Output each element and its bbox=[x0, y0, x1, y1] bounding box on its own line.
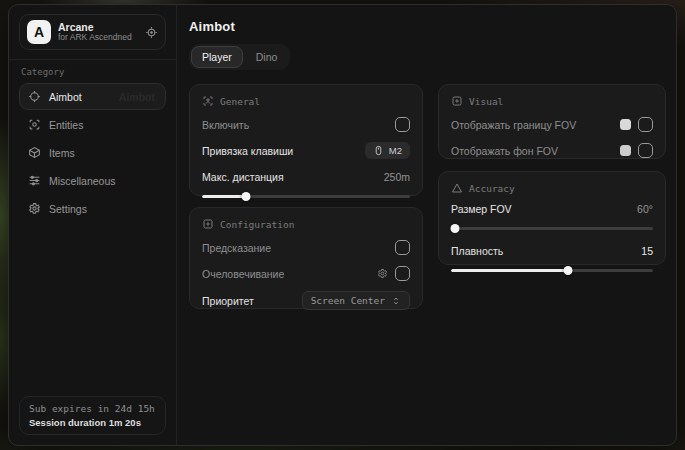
slider-thumb[interactable] bbox=[241, 192, 250, 201]
smoothness-value: 15 bbox=[641, 245, 653, 257]
humanization-controls bbox=[377, 266, 410, 281]
row-label: Отображать границу FOV bbox=[451, 119, 576, 131]
max-distance-row: Макс. дистанция 250m bbox=[202, 168, 410, 185]
arcane-window: A Arcane for ARK Ascendned Category bbox=[8, 4, 677, 446]
prediction-row: Предсказание bbox=[202, 239, 410, 256]
slider-thumb[interactable] bbox=[451, 224, 460, 233]
slider-track bbox=[202, 195, 410, 198]
watermark: Aimbot bbox=[119, 91, 155, 103]
row-label: Плавность bbox=[451, 245, 503, 257]
humanization-checkbox[interactable] bbox=[395, 266, 410, 281]
crosshair-icon bbox=[28, 90, 41, 103]
sidebar-item-label: Miscellaneous bbox=[49, 175, 116, 187]
sidebar-item-entities[interactable]: Entities bbox=[19, 111, 166, 138]
keybind-row: Привязка клавиши M2 bbox=[202, 142, 410, 159]
row-label: Размер FOV bbox=[451, 203, 512, 215]
frame-plus-icon bbox=[451, 95, 463, 107]
target-icon[interactable] bbox=[145, 26, 158, 39]
slider-fill bbox=[451, 269, 568, 272]
configuration-card: Configuration Предсказание Очеловечивани… bbox=[189, 207, 423, 309]
accuracy-card-header: Accuracy bbox=[451, 182, 653, 194]
config-box-icon bbox=[202, 218, 214, 230]
slider-thumb[interactable] bbox=[564, 266, 573, 275]
sidebar-item-settings[interactable]: Settings bbox=[19, 195, 166, 222]
fov-border-row: Отображать границу FOV bbox=[451, 116, 653, 133]
priority-value: Screen Center bbox=[311, 295, 385, 306]
row-label: Включить bbox=[202, 119, 249, 131]
prediction-checkbox[interactable] bbox=[395, 240, 410, 255]
accuracy-card: Accuracy Размер FOV 60° Плавность bbox=[438, 171, 666, 265]
sidebar-nav: Aimbot Aimbot Entities Items bbox=[19, 83, 166, 222]
sidebar-item-label: Settings bbox=[49, 203, 87, 215]
subscription-status-card: Sub expires in 24d 15h Session duration … bbox=[19, 396, 166, 435]
brand-text: Arcane for ARK Ascendned bbox=[58, 21, 138, 43]
right-column: Visual Отображать границу FOV Отображать… bbox=[438, 84, 666, 265]
humanization-row: Очеловечивание bbox=[202, 265, 410, 282]
sidebar-spacer bbox=[19, 222, 166, 396]
sidebar-divider bbox=[9, 59, 176, 60]
configuration-card-header: Configuration bbox=[202, 218, 410, 230]
sidebar-item-label: Entities bbox=[49, 119, 83, 131]
category-label: Category bbox=[21, 67, 164, 77]
slider-fill bbox=[202, 195, 246, 198]
sliders-icon bbox=[28, 174, 41, 187]
tab-bar: Player Dino bbox=[189, 44, 290, 70]
sidebar-item-items[interactable]: Items bbox=[19, 139, 166, 166]
gear-small-icon[interactable] bbox=[377, 268, 388, 279]
tab-player[interactable]: Player bbox=[191, 46, 243, 68]
fov-size-slider[interactable] bbox=[451, 224, 653, 233]
sidebar-item-label: Aimbot bbox=[49, 91, 82, 103]
row-label: Макс. дистанция bbox=[202, 171, 284, 183]
sidebar-item-aimbot[interactable]: Aimbot Aimbot bbox=[19, 83, 166, 110]
fov-border-controls bbox=[620, 117, 653, 132]
row-label: Предсказание bbox=[202, 242, 271, 254]
unfold-icon bbox=[391, 296, 401, 306]
fov-background-checkbox[interactable] bbox=[638, 143, 653, 158]
row-label: Приоритет bbox=[202, 295, 254, 307]
session-duration-text: Session duration 1m 20s bbox=[29, 417, 156, 428]
fov-background-controls bbox=[620, 143, 653, 158]
fov-background-row: Отображать фон FOV bbox=[451, 142, 653, 159]
slider-track bbox=[451, 269, 653, 272]
fov-border-checkbox[interactable] bbox=[638, 117, 653, 132]
fov-size-value: 60° bbox=[637, 203, 653, 215]
visual-card: Visual Отображать границу FOV Отображать… bbox=[438, 84, 666, 159]
visual-card-header: Visual bbox=[451, 95, 653, 107]
sidebar: A Arcane for ARK Ascendned Category bbox=[9, 5, 177, 445]
user-focus-icon bbox=[202, 95, 214, 107]
card-title: General bbox=[220, 96, 260, 107]
card-title: Visual bbox=[469, 96, 503, 107]
card-title: Accuracy bbox=[469, 183, 515, 194]
general-card: General Включить Привязка клавиши bbox=[189, 84, 423, 196]
sub-expires-text: Sub expires in 24d 15h bbox=[29, 403, 156, 414]
sidebar-item-label: Items bbox=[49, 147, 75, 159]
priority-select[interactable]: Screen Center bbox=[302, 291, 410, 310]
max-distance-value: 250m bbox=[384, 171, 410, 183]
triangle-icon bbox=[451, 182, 463, 194]
card-columns: General Включить Привязка клавиши bbox=[189, 84, 666, 309]
enable-checkbox[interactable] bbox=[395, 117, 410, 132]
row-label: Отображать фон FOV bbox=[451, 145, 558, 157]
app-subtitle: for ARK Ascendned bbox=[58, 33, 138, 43]
card-title: Configuration bbox=[220, 219, 294, 230]
keybind-value: M2 bbox=[389, 145, 402, 156]
max-distance-slider[interactable] bbox=[202, 192, 410, 201]
arcane-logo: A bbox=[27, 20, 51, 44]
package-icon bbox=[28, 146, 41, 159]
keybind-button[interactable]: M2 bbox=[365, 142, 410, 159]
fov-background-color-swatch[interactable] bbox=[620, 145, 631, 156]
main-content: Aimbot Player Dino General bbox=[177, 5, 677, 445]
row-label: Очеловечивание bbox=[202, 268, 284, 280]
tab-dino[interactable]: Dino bbox=[245, 46, 289, 68]
sidebar-item-miscellaneous[interactable]: Miscellaneous bbox=[19, 167, 166, 194]
row-label: Привязка клавиши bbox=[202, 145, 293, 157]
gear-icon bbox=[28, 202, 41, 215]
left-column: General Включить Привязка клавиши bbox=[189, 84, 423, 309]
mouse-icon bbox=[373, 145, 384, 156]
brand-card: A Arcane for ARK Ascendned bbox=[19, 14, 166, 50]
general-card-header: General bbox=[202, 95, 410, 107]
enable-row: Включить bbox=[202, 116, 410, 133]
fov-size-row: Размер FOV 60° bbox=[451, 200, 653, 217]
smoothness-slider[interactable] bbox=[451, 266, 653, 275]
fov-border-color-swatch[interactable] bbox=[620, 119, 631, 130]
